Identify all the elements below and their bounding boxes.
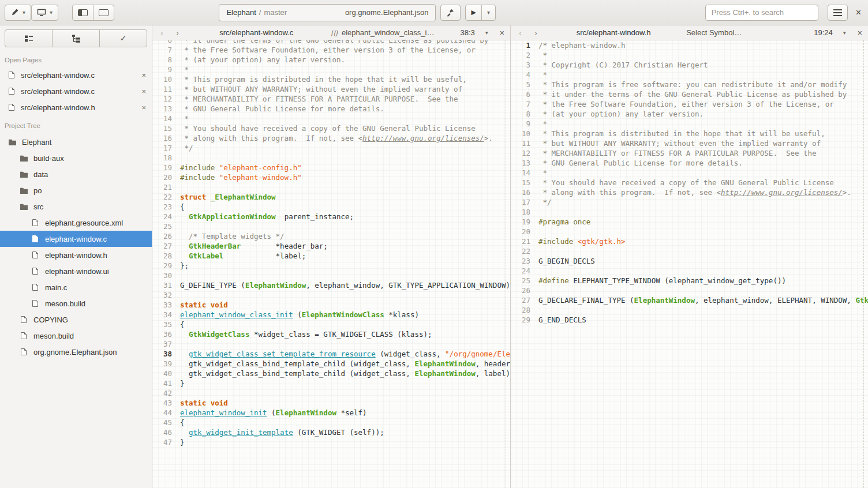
- code-line[interactable]: 2 *: [511, 50, 868, 60]
- code-line[interactable]: 44elephant_window_init (ElephantWindow *…: [152, 408, 510, 418]
- code-line[interactable]: 38 gtk_widget_class_set_template_from_re…: [152, 349, 510, 359]
- nav-forward-icon[interactable]: ›: [173, 28, 182, 37]
- code-line[interactable]: 43static void: [152, 398, 510, 408]
- code-line[interactable]: 22struct _ElephantWindow: [152, 192, 510, 202]
- tree-item-copying[interactable]: COPYING: [0, 311, 152, 328]
- code-line[interactable]: 29G_END_DECLS: [511, 315, 868, 325]
- code-line[interactable]: 17 */: [152, 143, 510, 153]
- code-line[interactable]: 9 *: [511, 119, 868, 129]
- code-line[interactable]: 45{: [152, 418, 510, 427]
- code-line[interactable]: 8 * (at your option) any later version.: [511, 109, 868, 119]
- code-line[interactable]: 3 * Copyright (C) 2017 Christian Hergert: [511, 60, 868, 70]
- open-page-item[interactable]: src/elephant-window.c×: [0, 67, 152, 83]
- tree-item-elephant-window.h[interactable]: elephant-window.h: [0, 247, 152, 263]
- tree-item-src[interactable]: src: [0, 198, 152, 215]
- symbol-selector[interactable]: ƒ{} elephant_window_class_i…: [330, 28, 454, 37]
- code-line[interactable]: 1/* elephant-window.h: [511, 40, 868, 50]
- code-line[interactable]: 15 * You should have received a copy of …: [511, 178, 868, 187]
- code-line[interactable]: 13 * GNU General Public License for more…: [152, 104, 510, 114]
- build-button[interactable]: [440, 5, 461, 21]
- code-line[interactable]: 41}: [152, 378, 510, 388]
- nav-back-icon[interactable]: ‹: [515, 28, 525, 37]
- open-page-item[interactable]: src/elephant-window.h×: [0, 99, 152, 115]
- tab-close-icon[interactable]: ×: [499, 28, 506, 37]
- tab-options-caret-icon[interactable]: ▾: [839, 29, 851, 36]
- code-line[interactable]: 40 gtk_widget_class_bind_template_child …: [152, 369, 510, 378]
- code-line[interactable]: 29};: [152, 261, 510, 271]
- code-line[interactable]: 20: [511, 227, 868, 237]
- code-line[interactable]: 26: [511, 286, 868, 295]
- tree-item-po[interactable]: po: [0, 182, 152, 198]
- code-line[interactable]: 5 * This program is free software: you c…: [511, 80, 868, 89]
- code-line[interactable]: 31G_DEFINE_TYPE (ElephantWindow, elephan…: [152, 280, 510, 290]
- code-line[interactable]: 46 gtk_widget_init_template (GTK_WIDGET …: [152, 427, 510, 437]
- code-line[interactable]: 11 * but WITHOUT ANY WARRANTY; without e…: [511, 138, 868, 148]
- code-line[interactable]: 19#include "elephant-config.h": [152, 163, 510, 172]
- code-line[interactable]: 14 *: [511, 168, 868, 178]
- run-button[interactable]: ▶: [465, 5, 481, 21]
- code-line[interactable]: 6 * it under the terms of the GNU Genera…: [152, 40, 510, 45]
- edit-perspective-button[interactable]: ▾: [5, 5, 31, 21]
- code-editor[interactable]: 1/* elephant-window.h2 *3 * Copyright (C…: [511, 40, 868, 488]
- code-line[interactable]: 42: [152, 388, 510, 398]
- window-close-button[interactable]: ×: [856, 7, 861, 18]
- device-selector-button[interactable]: ▾: [31, 5, 58, 21]
- code-line[interactable]: 11 * but WITHOUT ANY WARRANTY; without e…: [152, 84, 510, 94]
- tree-item-elephant-window.c[interactable]: elephant-window.c: [0, 231, 152, 247]
- code-line[interactable]: 9 *: [152, 65, 510, 74]
- code-line[interactable]: 18: [511, 207, 868, 217]
- open-page-item[interactable]: src/elephant-window.c×: [0, 83, 152, 99]
- code-line[interactable]: 32: [152, 290, 510, 300]
- sidebar-tab-build-status[interactable]: ✓: [99, 29, 147, 47]
- code-line[interactable]: 16 * along with this program. If not, se…: [511, 187, 868, 197]
- code-line[interactable]: 21#include <gtk/gtk.h>: [511, 237, 868, 246]
- code-line[interactable]: 26 /* Template widgets */: [152, 231, 510, 241]
- code-editor[interactable]: 6 * it under the terms of the GNU Genera…: [152, 40, 510, 488]
- code-line[interactable]: 23G_BEGIN_DECLS: [511, 256, 868, 266]
- tree-item-elephant[interactable]: Elephant: [0, 134, 152, 150]
- tree-item-main.c[interactable]: main.c: [0, 279, 152, 295]
- tree-item-data[interactable]: data: [0, 166, 152, 182]
- tree-item-meson.build[interactable]: meson.build: [0, 328, 152, 344]
- code-line[interactable]: 47}: [152, 437, 510, 447]
- sidebar-tab-tree[interactable]: [52, 29, 100, 47]
- code-line[interactable]: 10 * This program is distributed in the …: [511, 129, 868, 138]
- toggle-left-panel-button[interactable]: [72, 5, 93, 21]
- code-line[interactable]: 28 GtkLabel *label;: [152, 251, 510, 261]
- code-line[interactable]: 33static void: [152, 300, 510, 310]
- app-menu-button[interactable]: [828, 5, 848, 21]
- code-line[interactable]: 4 *: [511, 70, 868, 80]
- code-line[interactable]: 24 GtkApplicationWindow parent_instance;: [152, 212, 510, 222]
- code-line[interactable]: 12 * MERCHANTABILITY or FITNESS FOR A PA…: [152, 94, 510, 104]
- sidebar-tab-pages[interactable]: [5, 29, 53, 47]
- code-line[interactable]: 27 GtkHeaderBar *header_bar;: [152, 241, 510, 251]
- close-page-icon[interactable]: ×: [141, 103, 146, 112]
- code-line[interactable]: 13 * GNU General Public License for more…: [511, 158, 868, 168]
- code-line[interactable]: 23{: [152, 202, 510, 212]
- code-line[interactable]: 8 * (at your option) any later version.: [152, 55, 510, 65]
- code-line[interactable]: 27G_DECLARE_FINAL_TYPE (ElephantWindow, …: [511, 295, 868, 305]
- omnibar[interactable]: Elephant / master org.gnome.Elephant.jso…: [219, 4, 436, 21]
- code-line[interactable]: 37: [152, 339, 510, 349]
- code-line[interactable]: 19#pragma once: [511, 217, 868, 227]
- code-line[interactable]: 6 * it under the terms of the GNU Genera…: [511, 89, 868, 99]
- code-line[interactable]: 30: [152, 271, 510, 280]
- code-line[interactable]: 7 * the Free Software Foundation, either…: [152, 45, 510, 55]
- code-line[interactable]: 39 gtk_widget_class_bind_template_child …: [152, 359, 510, 369]
- code-line[interactable]: 7 * the Free Software Foundation, either…: [511, 99, 868, 109]
- run-options-button[interactable]: ▾: [481, 5, 496, 21]
- code-line[interactable]: 25#define ELEPHANT_TYPE_WINDOW (elephant…: [511, 276, 868, 286]
- tab-filename[interactable]: src/elephant-window.h: [547, 28, 680, 37]
- code-line[interactable]: 17 */: [511, 197, 868, 207]
- code-line[interactable]: 18: [152, 153, 510, 163]
- code-line[interactable]: 10 * This program is distributed in the …: [152, 74, 510, 84]
- code-line[interactable]: 22: [511, 246, 868, 256]
- tree-item-meson.build[interactable]: meson.build: [0, 295, 152, 311]
- code-line[interactable]: 20#include "elephant-window.h": [152, 172, 510, 182]
- close-page-icon[interactable]: ×: [141, 71, 146, 80]
- close-page-icon[interactable]: ×: [141, 87, 146, 96]
- symbol-selector[interactable]: Select Symbol…: [686, 28, 808, 37]
- code-line[interactable]: 35{: [152, 320, 510, 329]
- tree-item-elephant.gresource.xml[interactable]: elephant.gresource.xml: [0, 215, 152, 231]
- nav-back-icon[interactable]: ‹: [157, 28, 167, 37]
